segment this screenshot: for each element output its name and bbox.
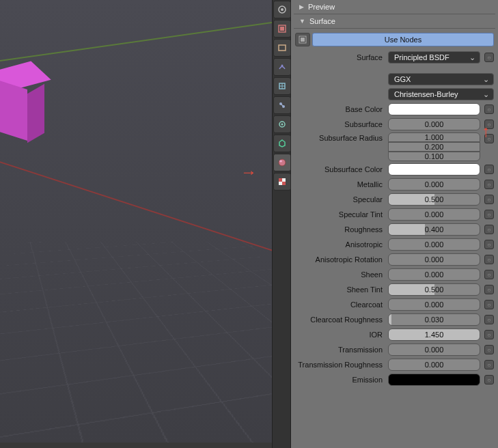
annotation-arrow-material-tab: → — [240, 163, 257, 182]
sheen-tint-slider[interactable]: 0.500 — [388, 283, 480, 296]
subsurface-radius-label: Subsurface Radius — [295, 132, 384, 142]
specular-slider[interactable]: 0.500 — [388, 193, 480, 206]
svg-point-14 — [279, 159, 286, 166]
annotation-arrow-base-color: → — [475, 124, 495, 141]
connector-clearcoat[interactable]: ○ — [484, 300, 494, 309]
chevron-right-icon: ▶ — [299, 3, 304, 10]
specular-tint-label: Specular Tint — [295, 210, 384, 219]
connector-sheen[interactable]: ○ — [484, 270, 494, 279]
emission-label: Emission — [295, 376, 384, 384]
subsurface-label: Subsurface — [295, 120, 384, 128]
base-color-field[interactable] — [388, 103, 480, 115]
svg-line-11 — [281, 104, 283, 107]
connector-anisotropic-rotation[interactable]: ○ — [484, 255, 494, 264]
connector-metallic[interactable]: ○ — [484, 180, 494, 189]
connector-ior[interactable]: ○ — [484, 330, 494, 339]
tab-constraints[interactable] — [273, 96, 291, 114]
transmission-roughness-label: Transmission Roughness — [295, 361, 384, 369]
svg-rect-17 — [282, 178, 286, 182]
tab-object[interactable] — [273, 77, 291, 95]
subsurface-slider[interactable]: 0.000 — [388, 118, 480, 130]
use-nodes-button[interactable]: Use Nodes — [312, 33, 494, 46]
connector-roughness[interactable]: ○ — [484, 225, 494, 234]
surface-label: Surface — [295, 53, 384, 61]
svg-point-1 — [281, 8, 283, 11]
sheen-label: Sheen — [295, 270, 384, 279]
surface-shader-dropdown[interactable]: Principled BSDF — [388, 51, 480, 64]
distribution-dropdown[interactable]: GGX — [388, 73, 494, 85]
sheen-tint-label: Sheen Tint — [295, 285, 384, 294]
svg-point-5 — [281, 65, 283, 67]
clearcoat-roughness-slider[interactable]: 0.030 — [388, 313, 480, 326]
connector-emission[interactable]: ○ — [484, 375, 494, 384]
connector-sheen-tint[interactable]: ○ — [484, 285, 494, 294]
panel-preview-header[interactable]: ▶ Preview — [294, 0, 495, 14]
panel-preview-label: Preview — [308, 3, 335, 11]
connector-specular[interactable]: ○ — [484, 195, 494, 204]
roughness-slider[interactable]: 0.400 — [388, 223, 480, 236]
transmission-roughness-slider[interactable]: 0.000 — [388, 359, 480, 371]
properties-tab-column — [272, 0, 291, 448]
tab-render[interactable] — [273, 1, 291, 18]
svg-rect-4 — [279, 45, 286, 51]
connector-anisotropic[interactable]: ○ — [484, 240, 494, 249]
properties-panel: ▶ Preview ▼ Surface Use Nodes Surface Pr… — [291, 0, 498, 448]
connector-transmission[interactable]: ○ — [484, 345, 494, 354]
roughness-label: Roughness — [295, 225, 384, 234]
panel-surface-header[interactable]: ▼ Surface — [294, 14, 495, 29]
connector-subsurface-color[interactable]: ○ — [484, 165, 494, 174]
specular-label: Specular — [295, 195, 384, 204]
emission-color-field[interactable] — [388, 374, 480, 386]
tab-scene[interactable] — [273, 39, 291, 57]
subsurface-color-label: Subsurface Color — [295, 165, 384, 173]
clearcoat-roughness-label: Clearcoat Roughness — [295, 316, 384, 324]
subsurface-method-dropdown[interactable]: Christensen-Burley — [388, 88, 494, 100]
ior-field[interactable]: 1.450 — [388, 328, 480, 341]
cube-object[interactable] — [0, 65, 41, 133]
specular-tint-slider[interactable]: 0.000 — [388, 208, 480, 221]
svg-rect-19 — [282, 182, 286, 185]
tab-modifiers[interactable] — [273, 115, 291, 133]
tab-world[interactable] — [273, 58, 291, 76]
viewport-3d[interactable]: → — [0, 0, 272, 443]
base-color-label: Base Color — [295, 105, 384, 113]
connector-transmission-roughness[interactable]: ○ — [484, 360, 494, 369]
connector-surface[interactable]: ○ — [484, 53, 494, 62]
anisotropic-rotation-label: Anisotropic Rotation — [295, 255, 384, 264]
sheen-slider[interactable]: 0.000 — [388, 268, 480, 281]
anisotropic-rotation-slider[interactable]: 0.000 — [388, 253, 480, 266]
connector-specular-tint[interactable]: ○ — [484, 210, 494, 219]
tab-texture[interactable] — [273, 173, 291, 191]
svg-rect-16 — [279, 178, 282, 182]
transmission-label: Transmission — [295, 346, 384, 354]
cube-face-front — [0, 79, 27, 141]
svg-point-15 — [279, 160, 282, 163]
connector-clearcoat-roughness[interactable]: ○ — [484, 315, 494, 324]
svg-rect-3 — [280, 27, 284, 31]
subsurface-color-field[interactable] — [388, 163, 480, 176]
tab-render-layers[interactable] — [273, 20, 291, 38]
node-toggle-icon[interactable] — [295, 33, 310, 46]
transmission-slider[interactable]: 0.000 — [388, 344, 480, 356]
tab-data[interactable] — [273, 135, 291, 152]
metallic-label: Metallic — [295, 180, 384, 188]
subsurface-radius-g[interactable]: 0.200 — [388, 142, 480, 152]
connector-base-color[interactable]: ○ — [484, 104, 494, 114]
clearcoat-label: Clearcoat — [295, 300, 384, 309]
svg-rect-21 — [301, 38, 305, 42]
anisotropic-label: Anisotropic — [295, 240, 384, 249]
svg-point-13 — [281, 124, 283, 126]
cube-face-side — [27, 84, 44, 143]
metallic-slider[interactable]: 0.000 — [388, 178, 480, 191]
clearcoat-slider[interactable]: 0.000 — [388, 298, 480, 311]
svg-rect-18 — [279, 182, 282, 185]
panel-surface-label: Surface — [309, 17, 335, 25]
anisotropic-slider[interactable]: 0.000 — [388, 238, 480, 251]
axis-y — [0, 8, 272, 66]
grid-floor — [0, 242, 272, 443]
chevron-down-icon: ▼ — [299, 18, 305, 25]
tab-material[interactable] — [273, 154, 291, 171]
subsurface-radius-r[interactable]: 1.000 — [388, 132, 480, 142]
subsurface-radius-b[interactable]: 0.100 — [388, 152, 480, 161]
ior-label: IOR — [295, 331, 384, 339]
